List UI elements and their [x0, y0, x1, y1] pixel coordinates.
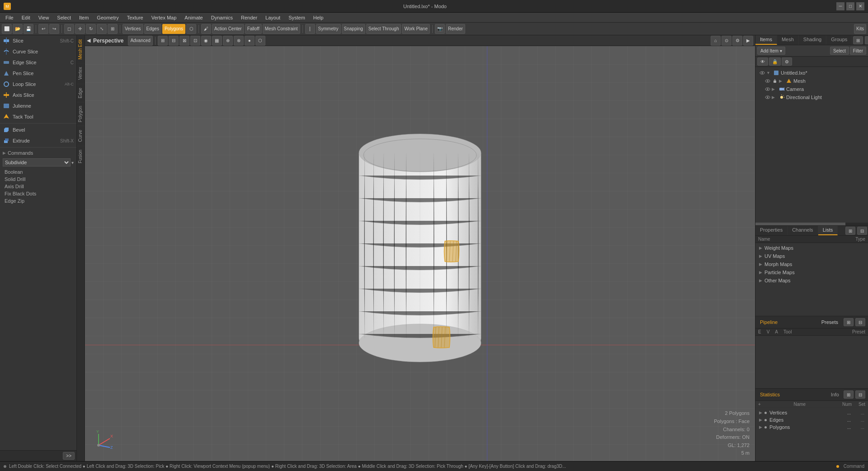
matpoly-button[interactable]: ⬡	[186, 24, 196, 34]
menu-file[interactable]: File	[2, 14, 17, 21]
tool-axis-slice[interactable]: Axis Slice	[0, 90, 76, 100]
side-tab-polygon[interactable]: Polygon	[77, 102, 85, 126]
open-button[interactable]: 📂	[13, 24, 23, 34]
action-center-button[interactable]: Action Center	[212, 24, 244, 34]
tree-item-light[interactable]: ▶ Directional Light	[757, 93, 866, 101]
list-row-particle-maps[interactable]: ▶ Particle Maps	[756, 268, 867, 276]
menu-select[interactable]: Select	[53, 14, 75, 21]
pipeline-presets-tab[interactable]: Presets	[818, 319, 842, 326]
list-row-weight-maps[interactable]: ▶ Weight Maps	[756, 244, 867, 252]
transform-mode-btn[interactable]: ⊞	[108, 24, 118, 34]
brush-button[interactable]: 🖌	[201, 24, 211, 34]
pipe-button[interactable]: |	[305, 24, 315, 34]
vp-more-button[interactable]: ▶	[743, 36, 753, 46]
side-tab-fusion[interactable]: Fusion	[77, 146, 85, 167]
commands-section-header[interactable]: ▶ Commands	[0, 148, 76, 157]
tool-slice[interactable]: Slice Shift-C	[0, 35, 76, 46]
vp-btn-5[interactable]: ◉	[201, 36, 211, 46]
lists-icon-1[interactable]: ⊞	[845, 227, 855, 235]
tree-item-mesh[interactable]: ▶ Mesh	[757, 77, 866, 85]
panel-expand-button[interactable]: >>	[63, 452, 75, 460]
menu-geometry[interactable]: Geometry	[93, 14, 122, 21]
vp-layout-3[interactable]: ⊠	[179, 36, 189, 46]
side-tab-mesh-edit[interactable]: Mesh Edit	[77, 35, 85, 63]
tool-loop-slice[interactable]: Loop Slice Alt-C	[0, 79, 76, 90]
viewport-3d[interactable]: X Y Z 2 Polygons Polygons : Face Channel…	[85, 46, 755, 461]
side-tab-edge[interactable]: Edge	[77, 84, 85, 102]
menu-view[interactable]: View	[35, 14, 53, 21]
vertices-button[interactable]: Vertices	[123, 24, 143, 34]
menu-texture[interactable]: Texture	[123, 14, 147, 21]
vp-home-button[interactable]: ⌂	[711, 36, 721, 46]
menu-system[interactable]: System	[285, 14, 309, 21]
tool-bevel[interactable]: Bevel	[0, 124, 76, 135]
vp-settings-button[interactable]: ⚙	[732, 36, 742, 46]
vp-layout-4[interactable]: ⊡	[190, 36, 200, 46]
pipeline-icon-2[interactable]: ⊟	[855, 318, 865, 326]
maximize-button[interactable]: □	[846, 2, 854, 10]
tree-item-camera[interactable]: ▶ Camera	[757, 85, 866, 93]
cmd-axis-drill[interactable]: Axis Drill	[0, 183, 76, 190]
tool-edge-slice[interactable]: Edge Slice C	[0, 57, 76, 68]
tab-shading[interactable]: Shading	[799, 35, 826, 45]
mesh-constraint-button[interactable]: Mesh Constraint	[263, 24, 300, 34]
tab-channels[interactable]: Channels	[788, 226, 818, 235]
render-icon-btn[interactable]: 📷	[435, 24, 445, 34]
minimize-button[interactable]: ─	[836, 2, 844, 10]
list-row-other-maps[interactable]: ▶ Other Maps	[756, 276, 867, 285]
menu-edit[interactable]: Edit	[18, 14, 34, 21]
cmd-solid-drill[interactable]: Solid Drill	[0, 176, 76, 183]
menu-vertex-map[interactable]: Vertex Map	[148, 14, 180, 21]
cmd-edge-zip[interactable]: Edge Zip	[0, 197, 76, 205]
scroll-indicator[interactable]	[755, 223, 868, 225]
statistics-icon-2[interactable]: ⊟	[855, 390, 865, 399]
vp-btn-9[interactable]: ●	[245, 36, 255, 46]
select-mode-btn[interactable]: ◻	[64, 24, 74, 34]
vp-btn-6[interactable]: ▦	[212, 36, 222, 46]
tool-pen-slice[interactable]: Pen Slice	[0, 68, 76, 79]
statistics-info-tab[interactable]: Info	[827, 391, 843, 398]
side-tab-curve[interactable]: Curve	[77, 126, 85, 146]
polygons-button[interactable]: Polygons	[162, 24, 185, 34]
falloff-button[interactable]: Falloff	[245, 24, 262, 34]
statistics-icon-1[interactable]: ⊞	[844, 390, 854, 399]
items-icon-2[interactable]: 🔒	[769, 57, 781, 66]
stat-row-vertices[interactable]: ▶ Vertices ... ...	[756, 409, 867, 416]
redo-button[interactable]: ↪	[49, 24, 59, 34]
viewport-mode-advanced[interactable]: Advanced	[128, 36, 152, 46]
menu-layout[interactable]: Layout	[262, 14, 284, 21]
kits-button[interactable]: Kits	[854, 24, 866, 34]
menu-item[interactable]: Item	[75, 14, 92, 21]
tool-julienne[interactable]: Julienne	[0, 100, 76, 111]
scale-mode-btn[interactable]: ⤡	[97, 24, 107, 34]
render-button[interactable]: Render	[446, 24, 465, 34]
menu-dynamics[interactable]: Dynamics	[208, 14, 236, 21]
pipeline-icon-1[interactable]: ⊞	[844, 318, 854, 326]
tab-groups[interactable]: Groups	[826, 35, 852, 45]
tree-item-file[interactable]: ▼ Untitled.lxo*	[757, 69, 866, 77]
items-icon-3[interactable]: ⚙	[782, 57, 792, 66]
tab-lists[interactable]: Lists	[818, 226, 838, 235]
tab-properties[interactable]: Properties	[755, 226, 788, 235]
tool-tack-tool[interactable]: Tack Tool	[0, 111, 76, 122]
vp-layout-2[interactable]: ⊟	[169, 36, 179, 46]
add-item-button[interactable]: Add Item ▾	[757, 47, 785, 55]
symmetry-button[interactable]: Symmetry	[316, 24, 341, 34]
move-mode-btn[interactable]: ✛	[75, 24, 85, 34]
tool-curve-slice[interactable]: Curve Slice	[0, 46, 76, 57]
filter-button[interactable]: Filter	[850, 47, 866, 55]
menu-animate[interactable]: Animate	[181, 14, 206, 21]
work-plane-button[interactable]: Work Plane	[402, 24, 430, 34]
save-button[interactable]: 💾	[24, 24, 33, 34]
cmd-fix-black-dots[interactable]: Fix Black Dots	[0, 190, 76, 197]
panel-icon-btn-1[interactable]: ⊞	[853, 36, 863, 44]
items-icon-1[interactable]: 👁	[757, 57, 768, 66]
snapping-button[interactable]: Snapping	[342, 24, 365, 34]
menu-help[interactable]: Help	[310, 14, 327, 21]
rotate-mode-btn[interactable]: ↻	[86, 24, 96, 34]
undo-button[interactable]: ↩	[38, 24, 48, 34]
stat-row-edges[interactable]: ▶ Edges ... ...	[756, 416, 867, 423]
vp-layout-1[interactable]: ⊞	[158, 36, 168, 46]
vp-btn-10[interactable]: ⬡	[255, 36, 265, 46]
tab-items[interactable]: Items	[755, 35, 777, 45]
